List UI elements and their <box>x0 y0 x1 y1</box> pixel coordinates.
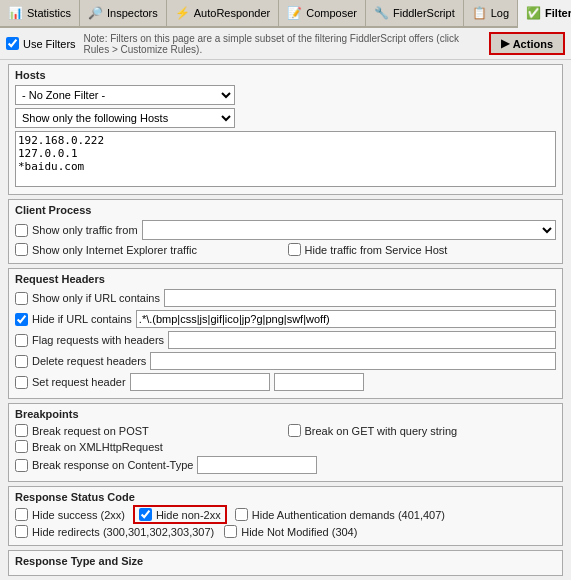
set-row: Set request header <box>15 373 556 391</box>
tab-inspectors[interactable]: 🔎 Inspectors <box>80 0 167 26</box>
fiddlerscript-icon: 🔧 <box>374 6 389 20</box>
breakpoints-section: Breakpoints Break request on POST Break … <box>8 403 563 482</box>
tab-statistics[interactable]: 📊 Statistics <box>0 0 80 26</box>
hide-url-label: Hide if URL contains <box>32 313 132 325</box>
response-status-row2: Hide redirects (300,301,302,303,307) Hid… <box>15 525 556 538</box>
show-traffic-checkbox[interactable] <box>15 224 28 237</box>
flag-row: Flag requests with headers <box>15 331 556 349</box>
log-icon: 📋 <box>472 6 487 20</box>
client-process-bottom-row: Show only Internet Explorer traffic Hide… <box>15 243 556 256</box>
delete-row: Delete request headers <box>15 352 556 370</box>
show-filter-row: Show only the following Hosts <box>15 108 556 128</box>
client-process-label: Client Process <box>15 204 556 216</box>
zone-filter-row: - No Zone Filter - <box>15 85 556 105</box>
hide-success-label: Hide success (2xx) <box>32 509 125 521</box>
set-input-value[interactable] <box>274 373 364 391</box>
tab-filters[interactable]: ✅ Filters <box>518 0 571 28</box>
hide-service-label: Hide traffic from Service Host <box>305 244 448 256</box>
hide-url-checkbox[interactable] <box>15 313 28 326</box>
toolbar-note: Note: Filters on this page are a simple … <box>84 33 481 55</box>
break-xml-label: Break on XMLHttpRequest <box>32 441 163 453</box>
tab-log[interactable]: 📋 Log <box>464 0 518 26</box>
break-content-input[interactable] <box>197 456 317 474</box>
hide-not-modified-checkbox[interactable] <box>224 525 237 538</box>
break-post-label: Break request on POST <box>32 425 149 437</box>
breakpoints-row3: Break response on Content-Type <box>15 456 556 474</box>
break-content-checkbox[interactable] <box>15 459 28 472</box>
delete-input[interactable] <box>150 352 556 370</box>
hide-non2xx-label: Hide non-2xx <box>156 509 221 521</box>
response-status-section: Response Status Code Hide success (2xx) … <box>8 486 563 546</box>
show-filter-dropdown[interactable]: Show only the following Hosts <box>15 108 235 128</box>
actions-button[interactable]: ▶ Actions <box>489 32 565 55</box>
hide-auth-label: Hide Authentication demands (401,407) <box>252 509 445 521</box>
hosts-list-row: 192.168.0.222 127.0.0.1 *baidu.com <box>15 131 556 187</box>
actions-icon: ▶ <box>501 37 509 50</box>
show-url-input[interactable] <box>164 289 556 307</box>
show-url-row: Show only if URL contains <box>15 289 556 307</box>
tab-composer[interactable]: 📝 Composer <box>279 0 366 26</box>
hide-success-checkbox[interactable] <box>15 508 28 521</box>
break-get-label: Break on GET with query string <box>305 425 458 437</box>
breakpoints-row2: Break on XMLHttpRequest <box>15 440 556 453</box>
zone-filter-dropdown[interactable]: - No Zone Filter - <box>15 85 235 105</box>
break-xml-checkbox[interactable] <box>15 440 28 453</box>
breakpoints-row1: Break request on POST Break on GET with … <box>15 424 556 437</box>
filters-icon: ✅ <box>526 6 541 20</box>
break-get-checkbox[interactable] <box>288 424 301 437</box>
hide-service-checkbox[interactable] <box>288 243 301 256</box>
hide-url-input[interactable] <box>136 310 556 328</box>
tab-autoresponder[interactable]: ⚡ AutoResponder <box>167 0 279 26</box>
hide-non2xx-checkbox[interactable] <box>139 508 152 521</box>
show-ie-label: Show only Internet Explorer traffic <box>32 244 197 256</box>
delete-label: Delete request headers <box>32 355 146 367</box>
use-filters-checkbox[interactable] <box>6 37 19 50</box>
break-post-checkbox[interactable] <box>15 424 28 437</box>
break-content-label: Break response on Content-Type <box>32 459 193 471</box>
request-headers-label: Request Headers <box>15 273 556 285</box>
hide-auth-checkbox[interactable] <box>235 508 248 521</box>
response-type-section: Response Type and Size <box>8 550 563 576</box>
autoresponder-icon: ⚡ <box>175 6 190 20</box>
main-content: Hosts - No Zone Filter - Show only the f… <box>0 60 571 580</box>
response-type-label: Response Type and Size <box>15 555 556 567</box>
set-input-key[interactable] <box>130 373 270 391</box>
show-url-label: Show only if URL contains <box>32 292 160 304</box>
show-traffic-row: Show only traffic from <box>15 220 556 240</box>
hosts-section: Hosts - No Zone Filter - Show only the f… <box>8 64 563 195</box>
response-status-row1: Hide success (2xx) Hide non-2xx Hide Aut… <box>15 507 556 522</box>
hide-redirects-label: Hide redirects (300,301,302,303,307) <box>32 526 214 538</box>
response-status-label: Response Status Code <box>15 491 556 503</box>
set-checkbox[interactable] <box>15 376 28 389</box>
tab-fiddlerscript[interactable]: 🔧 FiddlerScript <box>366 0 464 26</box>
use-filters-checkbox-label[interactable]: Use Filters <box>6 37 76 50</box>
show-ie-checkbox[interactable] <box>15 243 28 256</box>
flag-label: Flag requests with headers <box>32 334 164 346</box>
show-traffic-label: Show only traffic from <box>32 224 138 236</box>
breakpoints-label: Breakpoints <box>15 408 556 420</box>
statistics-icon: 📊 <box>8 6 23 20</box>
show-traffic-dropdown[interactable] <box>142 220 556 240</box>
flag-input[interactable] <box>168 331 556 349</box>
delete-checkbox[interactable] <box>15 355 28 368</box>
show-url-checkbox[interactable] <box>15 292 28 305</box>
flag-checkbox[interactable] <box>15 334 28 347</box>
hosts-list-textarea[interactable]: 192.168.0.222 127.0.0.1 *baidu.com <box>15 131 556 187</box>
inspectors-icon: 🔎 <box>88 6 103 20</box>
hide-url-row: Hide if URL contains <box>15 310 556 328</box>
tab-bar: 📊 Statistics 🔎 Inspectors ⚡ AutoResponde… <box>0 0 571 28</box>
client-process-section: Client Process Show only traffic from Sh… <box>8 199 563 264</box>
request-headers-section: Request Headers Show only if URL contain… <box>8 268 563 399</box>
hide-redirects-checkbox[interactable] <box>15 525 28 538</box>
set-label: Set request header <box>32 376 126 388</box>
hosts-label: Hosts <box>15 69 556 81</box>
toolbar: Use Filters Note: Filters on this page a… <box>0 28 571 60</box>
hide-not-modified-label: Hide Not Modified (304) <box>241 526 357 538</box>
composer-icon: 📝 <box>287 6 302 20</box>
